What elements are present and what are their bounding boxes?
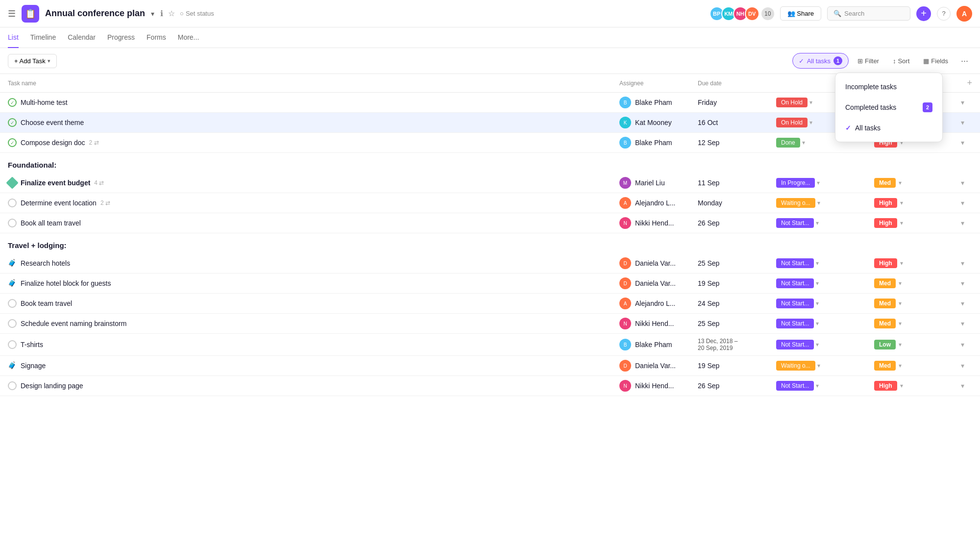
priority-chevron[interactable]: ▾: [900, 200, 903, 206]
date-cell: 16 Oct: [698, 119, 776, 126]
task-check[interactable]: [8, 340, 17, 349]
tab-calendar[interactable]: Calendar: [68, 27, 96, 48]
status-chevron[interactable]: ▾: [809, 99, 812, 106]
status-badge[interactable]: Not Start...: [776, 278, 814, 288]
expand-button[interactable]: ▾: [953, 279, 972, 287]
priority-chevron[interactable]: ▾: [899, 320, 902, 327]
tab-more[interactable]: More...: [178, 27, 199, 48]
expand-button[interactable]: ▾: [953, 119, 972, 126]
status-chevron[interactable]: ▾: [816, 220, 819, 226]
status-chevron[interactable]: ▾: [809, 119, 812, 126]
status-chevron[interactable]: ▾: [816, 280, 819, 287]
priority-chevron[interactable]: ▾: [900, 260, 903, 267]
expand-button[interactable]: ▾: [953, 362, 972, 370]
priority-chevron[interactable]: ▾: [900, 382, 903, 389]
task-name-cell: T-shirts: [8, 340, 619, 349]
status-chevron[interactable]: ▾: [817, 179, 820, 186]
status-cell: Not Start... ▾: [776, 319, 874, 328]
status-badge[interactable]: Not Start...: [776, 340, 814, 349]
task-name: Determine event location: [21, 199, 97, 207]
add-button[interactable]: +: [916, 6, 931, 21]
expand-button[interactable]: ▾: [953, 341, 972, 349]
status-badge[interactable]: Waiting o...: [776, 198, 815, 208]
status-badge[interactable]: Done: [776, 138, 800, 148]
table-row: ✓ Compose design doc 2 ⇄ B Blake Pham 12…: [0, 133, 980, 153]
add-column-button[interactable]: +: [953, 78, 972, 88]
expand-button[interactable]: ▾: [953, 219, 972, 227]
status-badge[interactable]: Not Start...: [776, 299, 814, 308]
set-status-button[interactable]: ○ Set status: [180, 10, 214, 17]
dropdown-item-completed[interactable]: Completed tasks 2: [835, 97, 942, 118]
all-tasks-filter-button[interactable]: ✓ All tasks 1: [792, 53, 849, 69]
add-task-button[interactable]: + Add Task ▾: [8, 54, 57, 68]
task-check[interactable]: ✓: [8, 138, 17, 147]
help-button[interactable]: ?: [937, 7, 951, 21]
priority-chevron[interactable]: ▾: [899, 280, 902, 287]
priority-cell: Med ▾: [874, 278, 953, 288]
task-check[interactable]: ✓: [8, 98, 17, 107]
status-chevron[interactable]: ▾: [816, 341, 819, 348]
date-cell: Monday: [698, 199, 776, 207]
status-badge[interactable]: Not Start...: [776, 381, 814, 391]
tab-timeline[interactable]: Timeline: [30, 27, 56, 48]
fields-button[interactable]: ▦ Fields: [918, 54, 953, 68]
priority-badge: High: [874, 258, 897, 268]
status-chevron[interactable]: ▾: [816, 300, 819, 307]
task-check[interactable]: [8, 199, 17, 207]
expand-button[interactable]: ▾: [953, 382, 972, 390]
status-chevron[interactable]: ▾: [817, 362, 820, 369]
task-name-cell: 🧳 Finalize hotel block for guests: [8, 279, 619, 288]
table-row: 🧳 Finalize hotel block for guests D Dani…: [0, 274, 980, 294]
task-name: Multi-home test: [21, 99, 68, 106]
priority-chevron[interactable]: ▾: [899, 179, 902, 186]
task-check[interactable]: [8, 299, 17, 308]
fields-icon: ▦: [923, 57, 929, 65]
status-chevron[interactable]: ▾: [817, 200, 820, 206]
priority-chevron[interactable]: ▾: [899, 362, 902, 369]
status-badge[interactable]: In Progre...: [776, 178, 815, 188]
more-options-button[interactable]: ···: [957, 54, 972, 68]
dropdown-item-all[interactable]: ✓ All tasks: [835, 118, 942, 138]
star-icon[interactable]: ☆: [168, 9, 175, 18]
status-chevron[interactable]: ▾: [816, 260, 819, 267]
status-chevron[interactable]: ▾: [802, 139, 805, 146]
task-check[interactable]: [8, 319, 17, 328]
info-icon[interactable]: ℹ: [160, 9, 163, 18]
priority-chevron[interactable]: ▾: [899, 300, 902, 307]
expand-button[interactable]: ▾: [953, 259, 972, 267]
date-cell: 26 Sep: [698, 219, 776, 227]
expand-button[interactable]: ▾: [953, 99, 972, 106]
task-check[interactable]: [8, 381, 17, 390]
tab-progress[interactable]: Progress: [107, 27, 135, 48]
status-badge[interactable]: Not Start...: [776, 319, 814, 328]
tab-forms[interactable]: Forms: [147, 27, 166, 48]
expand-button[interactable]: ▾: [953, 179, 972, 187]
share-button[interactable]: 👥 Share: [780, 6, 821, 21]
status-badge[interactable]: Not Start...: [776, 218, 814, 228]
assignee-cell: K Kat Mooney: [619, 117, 698, 128]
status-badge[interactable]: On Hold: [776, 118, 808, 127]
sort-button[interactable]: ↕ Sort: [888, 54, 914, 68]
task-check[interactable]: ✓: [8, 118, 17, 127]
status-chevron[interactable]: ▾: [816, 320, 819, 327]
hamburger-icon[interactable]: ☰: [8, 8, 16, 19]
title-dropdown-icon[interactable]: ▾: [151, 10, 154, 18]
user-avatar[interactable]: A: [956, 6, 972, 22]
dropdown-item-incomplete[interactable]: Incomplete tasks: [835, 77, 942, 97]
priority-chevron[interactable]: ▾: [900, 220, 903, 226]
status-badge[interactable]: Not Start...: [776, 258, 814, 268]
status-badge[interactable]: On Hold: [776, 98, 808, 107]
expand-button[interactable]: ▾: [953, 199, 972, 207]
search-box[interactable]: 🔍 Search: [827, 6, 910, 21]
tab-list[interactable]: List: [8, 27, 19, 48]
assignee-avatar: N: [619, 217, 631, 229]
status-chevron[interactable]: ▾: [816, 382, 819, 389]
expand-button[interactable]: ▾: [953, 299, 972, 307]
status-badge[interactable]: Waiting o...: [776, 361, 815, 371]
priority-chevron[interactable]: ▾: [899, 341, 902, 348]
expand-button[interactable]: ▾: [953, 320, 972, 327]
assignee-avatar: A: [619, 298, 631, 309]
expand-button[interactable]: ▾: [953, 139, 972, 147]
task-check[interactable]: [8, 219, 17, 227]
filter-button[interactable]: ⊞ Filter: [853, 54, 884, 68]
